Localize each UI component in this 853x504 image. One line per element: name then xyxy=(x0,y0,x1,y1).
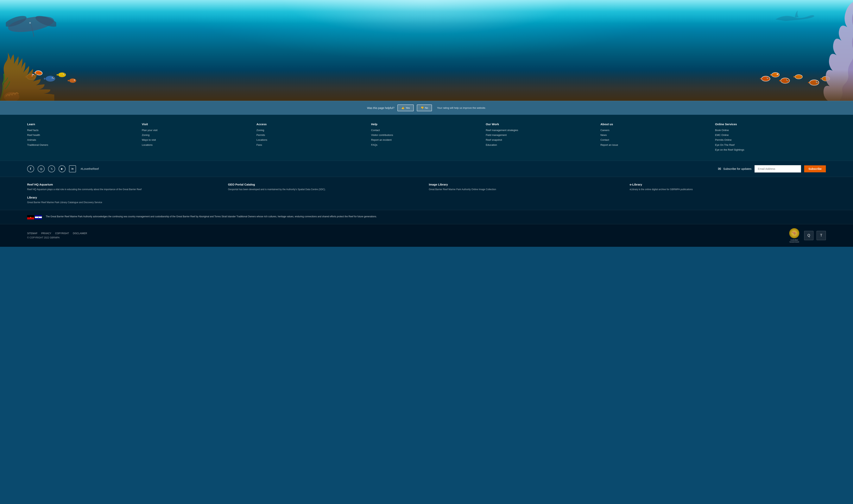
subscribe-button[interactable]: Subscribe xyxy=(804,165,826,172)
bottom-reef xyxy=(0,70,853,101)
footer-link[interactable]: Report an issue xyxy=(600,143,711,147)
yes-button[interactable]: 👍 Yes xyxy=(397,105,414,111)
footer-link[interactable]: Locations xyxy=(142,143,252,147)
footer-col-help: HelpContactVisitor contributionsReport a… xyxy=(371,123,482,153)
footer-link[interactable]: Visitor contributions xyxy=(371,133,482,137)
partner-title: Reef HQ Aquarium xyxy=(27,183,223,186)
facebook-icon: f xyxy=(30,167,31,170)
legal-link[interactable]: SITEMAP xyxy=(27,232,37,235)
footer-link[interactable]: Reef health xyxy=(27,133,138,137)
gov-logos: 🦘 Australian Government Q T xyxy=(787,228,826,243)
legal-links: SITEMAPPRIVACYCOPYRIGHTDISCLAIMER xyxy=(27,232,87,235)
footer-link[interactable]: Permits xyxy=(256,133,367,137)
acknowledgement-section: The Great Barrier Reef Marine Park Autho… xyxy=(0,210,853,224)
subscribe-label: Subscribe for updates xyxy=(723,167,751,170)
partner-item: Reef HQ AquariumReef HQ Aquarium plays a… xyxy=(27,183,223,191)
social-bar: f ◎ 𝕏 ▶ in #LovetheReef ✉ Subscribe for … xyxy=(0,161,853,177)
townsville-logo: T xyxy=(817,231,826,240)
rating-bar: Was this page helpful? 👍 Yes 👎 No Your r… xyxy=(0,101,853,115)
footer-col-visit: VisitPlan your visitZoningWays to visitL… xyxy=(142,123,252,153)
footer-col-heading: Help xyxy=(371,123,482,126)
footer-col-access: AccessZoningPermitsLocationsFees xyxy=(256,123,367,153)
legal-bar: SITEMAPPRIVACYCOPYRIGHTDISCLAIMER © COPY… xyxy=(0,224,853,247)
footer-col-heading: Online Services xyxy=(715,123,826,126)
partner-item: GEO Portal CatalogGeoportal has been dev… xyxy=(228,183,424,191)
manta-ray-decoration xyxy=(6,12,56,37)
footer-link[interactable]: Careers xyxy=(600,128,711,132)
twitter-icon: 𝕏 xyxy=(51,167,53,170)
footer-col-heading: Access xyxy=(256,123,367,126)
footer-link[interactable]: Education xyxy=(486,143,597,147)
footer-link[interactable]: Book Online xyxy=(715,128,826,132)
footer-link[interactable]: Zoning xyxy=(256,128,367,132)
footer-link[interactable]: Report an incident xyxy=(371,138,482,142)
footer-col-our-work: Our WorkReef management strategiesField … xyxy=(486,123,597,153)
partner-item: e-LibraryeLibrary is the online digital … xyxy=(630,183,826,191)
hashtag-label: #LovetheReef xyxy=(80,167,99,170)
footer-link[interactable]: News xyxy=(600,133,711,137)
footer-link[interactable]: Contact xyxy=(600,138,711,142)
legal-left: SITEMAPPRIVACYCOPYRIGHTDISCLAIMER © COPY… xyxy=(27,232,87,239)
partner-title: e-Library xyxy=(630,183,826,186)
footer-link[interactable]: Permits Online xyxy=(715,138,826,142)
linkedin-link[interactable]: in xyxy=(69,165,76,172)
twitter-link[interactable]: 𝕏 xyxy=(48,165,55,172)
rating-help-text: Your rating will help us improve the web… xyxy=(437,106,486,109)
qld-gov-logo: Q xyxy=(804,231,814,240)
thumbs-up-icon: 👍 xyxy=(401,106,404,109)
tsi-flag xyxy=(35,215,42,219)
footer-link[interactable]: Traditional Owners xyxy=(27,143,138,147)
partner-description: Great Barrier Reef Marine Park Library C… xyxy=(27,201,223,204)
subscribe-area: ✉ Subscribe for updates Subscribe xyxy=(718,165,826,173)
legal-link[interactable]: DISCLAIMER xyxy=(73,232,87,235)
partner-item: LibraryGreat Barrier Reef Marine Park Li… xyxy=(27,196,223,204)
footer-link[interactable]: EMC Online xyxy=(715,133,826,137)
aboriginal-flag xyxy=(27,215,34,219)
rating-question: Was this page helpful? xyxy=(367,106,394,109)
instagram-link[interactable]: ◎ xyxy=(38,165,44,172)
footer-link[interactable]: Reef management strategies xyxy=(486,128,597,132)
footer-nav-grid: LearnReef factsReef healthAnimalsTraditi… xyxy=(27,123,826,153)
footer-link[interactable]: Contact xyxy=(371,128,482,132)
footer-nav: LearnReef factsReef healthAnimalsTraditi… xyxy=(0,115,853,161)
footer-link[interactable]: Eye on the Reef Sightings xyxy=(715,148,826,151)
partner-description: Geoportal has been developed and is main… xyxy=(228,188,424,191)
partner-item: Image LibraryGreat Barrier Reef Marine P… xyxy=(429,183,625,191)
footer-col-heading: About us xyxy=(600,123,711,126)
flag-icons xyxy=(27,215,42,219)
footer-link[interactable]: Animals xyxy=(27,138,138,142)
partner-bar: Reef HQ AquariumReef HQ Aquarium plays a… xyxy=(0,177,853,210)
mail-icon: ✉ xyxy=(718,166,721,171)
aus-gov-seal: 🦘 xyxy=(789,228,799,238)
acknowledgement-text: The Great Barrier Reef Marine Park Autho… xyxy=(46,215,377,218)
footer-link[interactable]: Eye On The Reef xyxy=(715,143,826,147)
footer-link[interactable]: Reef facts xyxy=(27,128,138,132)
footer-link[interactable]: Plan your visit xyxy=(142,128,252,132)
footer-link[interactable]: Fees xyxy=(256,143,367,147)
svg-point-3 xyxy=(29,22,31,24)
partner-description: Great Barrier Reef Marine Park Authority… xyxy=(429,188,625,191)
instagram-icon: ◎ xyxy=(40,167,42,170)
youtube-icon: ▶ xyxy=(61,167,63,170)
footer-link[interactable]: FAQs xyxy=(371,143,482,147)
footer-col-heading: Visit xyxy=(142,123,252,126)
footer-col-about-us: About usCareersNewsContactReport an issu… xyxy=(600,123,711,153)
footer-link[interactable]: Locations xyxy=(256,138,367,142)
no-button[interactable]: 👎 No xyxy=(417,105,432,111)
youtube-link[interactable]: ▶ xyxy=(58,165,66,172)
footer-link[interactable]: Ways to visit xyxy=(142,138,252,142)
townsville-seal: T xyxy=(817,231,826,240)
footer-link[interactable]: Field management xyxy=(486,133,597,137)
mail-icon-wrap: ✉ Subscribe for updates xyxy=(718,166,751,171)
footer-link[interactable]: Zoning xyxy=(142,133,252,137)
aus-gov-label: Australian Government xyxy=(787,239,801,243)
footer-col-online-services: Online ServicesBook OnlineEMC OnlinePerm… xyxy=(715,123,826,153)
surface-shimmer xyxy=(0,0,853,23)
email-input[interactable] xyxy=(755,165,801,173)
copyright-text: © COPYRIGHT 2022 GBRMPA xyxy=(27,236,87,239)
legal-link[interactable]: PRIVACY xyxy=(41,232,51,235)
legal-link[interactable]: COPYRIGHT xyxy=(55,232,69,235)
partner-title: Image Library xyxy=(429,183,625,186)
facebook-link[interactable]: f xyxy=(27,165,34,172)
footer-link[interactable]: Reef snapshot xyxy=(486,138,597,142)
